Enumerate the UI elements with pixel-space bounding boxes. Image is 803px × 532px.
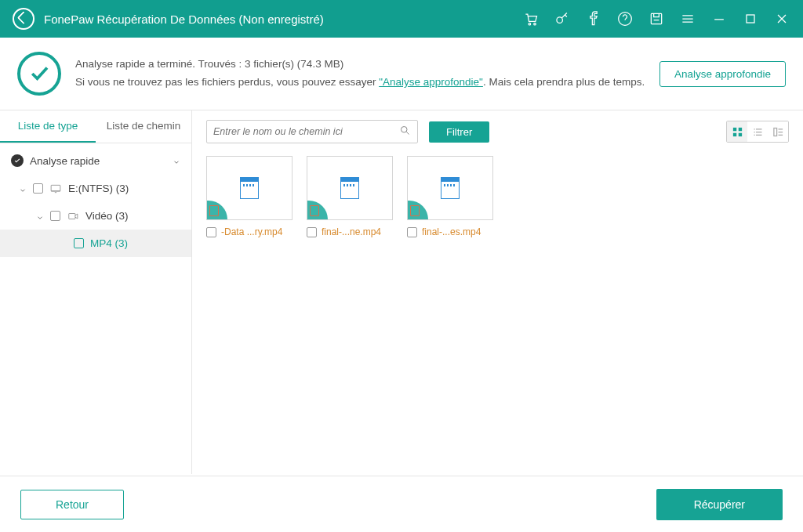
file-thumb [307, 156, 393, 220]
toolbar: Filtrer [206, 120, 789, 143]
view-toggles [726, 121, 789, 143]
checkbox[interactable] [74, 238, 84, 248]
search-wrap [206, 120, 418, 143]
chevron-down-icon [19, 185, 27, 193]
search-icon[interactable] [399, 125, 411, 139]
file-card[interactable]: -Data ...ry.mp4 [206, 156, 292, 237]
file-name: final-...es.mp4 [422, 226, 481, 237]
drive-icon [49, 183, 62, 194]
status-line2: Si vous ne trouvez pas les fichiers perd… [75, 74, 645, 92]
chevron-down-icon [173, 157, 180, 165]
file-card[interactable]: final-...es.mp4 [407, 156, 493, 237]
svg-rect-13 [773, 128, 776, 136]
svg-point-8 [402, 126, 408, 132]
app-logo-icon [13, 8, 35, 30]
video-file-icon [240, 177, 259, 199]
file-name: final-...ne.mp4 [322, 226, 381, 237]
tab-list-path[interactable]: Liste de chemin [96, 110, 191, 143]
checkbox[interactable] [407, 227, 417, 237]
svg-point-0 [529, 23, 531, 24]
minimize-icon[interactable] [710, 10, 728, 27]
back-button[interactable]: Retour [20, 490, 124, 519]
search-input[interactable] [213, 126, 399, 137]
close-icon[interactable] [773, 10, 790, 27]
view-detail-icon[interactable] [768, 121, 788, 142]
recover-button[interactable]: Récupérer [656, 489, 783, 520]
tab-list-type[interactable]: Liste de type [0, 110, 96, 143]
tree-quick-scan[interactable]: Analyse rapide [0, 147, 191, 175]
titlebar: FonePaw Récupération De Données (Non enr… [0, 0, 803, 38]
menu-icon[interactable] [679, 10, 696, 27]
checkbox[interactable] [307, 227, 317, 237]
deep-scan-link[interactable]: "Analyse approfondie" [379, 76, 483, 88]
maximize-icon[interactable] [742, 10, 759, 27]
help-icon[interactable] [616, 10, 634, 27]
tree-mp4[interactable]: MP4 (3) [0, 230, 191, 257]
svg-rect-7 [69, 213, 75, 219]
video-icon [67, 211, 79, 222]
status-text: Analyse rapide a terminé. Trouvés : 3 fi… [75, 56, 645, 92]
tree-drive[interactable]: E:(NTFS) (3) [0, 175, 191, 202]
filter-button[interactable]: Filtrer [429, 121, 489, 143]
deleted-badge-icon [307, 201, 328, 219]
save-icon[interactable] [648, 10, 665, 27]
file-tree: Analyse rapide E:(NTFS) (3) Vidéo (3) MP… [0, 143, 191, 260]
svg-point-1 [534, 23, 536, 24]
tree-video[interactable]: Vidéo (3) [0, 202, 191, 230]
checkbox[interactable] [50, 211, 60, 221]
check-circle-icon [17, 52, 61, 96]
deep-scan-button[interactable]: Analyse approfondie [659, 61, 786, 87]
svg-rect-10 [738, 127, 741, 130]
svg-rect-5 [747, 15, 754, 23]
svg-rect-4 [651, 13, 661, 24]
content-area: Filtrer -Data ...ry.mp4 final-...ne.mp4 … [192, 110, 803, 474]
file-card[interactable]: final-...ne.mp4 [307, 156, 393, 237]
file-grid: -Data ...ry.mp4 final-...ne.mp4 final-..… [206, 156, 789, 237]
view-grid-icon[interactable] [727, 121, 747, 142]
svg-rect-12 [738, 132, 741, 136]
sidebar: Liste de type Liste de chemin Analyse ra… [0, 110, 192, 474]
app-title: FonePaw Récupération De Données (Non enr… [44, 13, 324, 26]
status-line1: Analyse rapide a terminé. Trouvés : 3 fi… [75, 56, 645, 74]
checkbox[interactable] [206, 227, 216, 237]
checkbox[interactable] [33, 183, 43, 194]
svg-rect-9 [732, 127, 736, 130]
deleted-badge-icon [408, 201, 428, 219]
svg-rect-11 [732, 132, 736, 136]
video-file-icon [441, 177, 460, 199]
view-list-icon[interactable] [747, 121, 768, 142]
svg-rect-6 [51, 185, 60, 191]
check-filled-icon [11, 154, 24, 167]
deleted-badge-icon [207, 201, 227, 219]
status-bar: Analyse rapide a terminé. Trouvés : 3 fi… [0, 38, 803, 110]
key-icon[interactable] [554, 10, 571, 27]
file-thumb [407, 156, 493, 220]
footer: Retour Récupérer [0, 476, 803, 532]
cart-icon[interactable] [522, 10, 540, 27]
video-file-icon [340, 177, 359, 199]
facebook-icon[interactable] [585, 10, 602, 27]
file-thumb [206, 156, 292, 220]
chevron-down-icon [36, 212, 44, 220]
file-name: -Data ...ry.mp4 [221, 226, 282, 237]
